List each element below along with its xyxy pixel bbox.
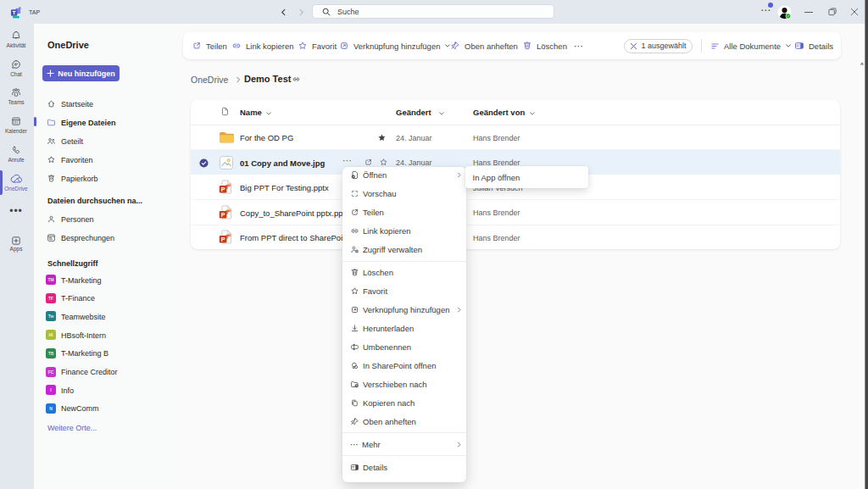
svg-text:P: P [221,186,225,193]
svg-text:P: P [221,236,225,243]
svg-text:P: P [221,211,225,218]
